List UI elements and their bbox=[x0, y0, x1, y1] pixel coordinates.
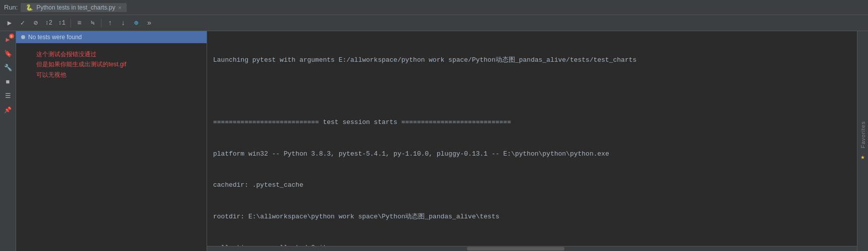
stop-button[interactable]: ⊘ bbox=[30, 18, 41, 29]
separator-1 bbox=[70, 19, 71, 28]
output-panel: Launching pytest with arguments E:/allwo… bbox=[207, 31, 857, 251]
sort-dur-button[interactable]: ≒ bbox=[87, 18, 98, 29]
annotation-line-2: 但是如果你能生成出测试的test.gif bbox=[36, 59, 199, 69]
run-label: Run: bbox=[4, 4, 18, 11]
output-content: Launching pytest with arguments E:/allwo… bbox=[207, 31, 857, 246]
stop-square-icon[interactable]: ■ bbox=[2, 75, 15, 88]
annotation-line-3: 可以无视他 bbox=[36, 70, 199, 80]
separator-2 bbox=[101, 19, 102, 28]
output-line-platform: platform win32 -- Python 3.8.3, pytest-5… bbox=[213, 149, 851, 160]
left-icons-panel: ▶ 🔖 🔧 ■ ☰ 📌 bbox=[0, 31, 16, 251]
bookmark-icon[interactable]: 🔖 bbox=[2, 47, 15, 60]
test-results-panel: No tests were found 这个测试会报错没通过 但是如果你能生成出… bbox=[16, 31, 207, 251]
tab-title: Python tests in test_charts.py bbox=[36, 4, 115, 11]
check-button[interactable]: ✓ bbox=[17, 18, 28, 29]
no-tests-item[interactable]: No tests were found bbox=[16, 31, 207, 43]
more-button[interactable]: » bbox=[144, 18, 155, 29]
scroll-down-button[interactable]: ↓ bbox=[118, 18, 129, 29]
rerun-failed-button[interactable]: ↕1 bbox=[56, 18, 67, 29]
run-tab[interactable]: 🐍 Python tests in test_charts.py × bbox=[21, 3, 126, 12]
rerun-button[interactable]: ↕2 bbox=[43, 18, 54, 29]
output-line-rootdir: rootdir: E:\allworkspace\python work spa… bbox=[213, 212, 851, 222]
wrench-icon[interactable]: 🔧 bbox=[2, 61, 15, 74]
output-line-launch: Launching pytest with arguments E:/allwo… bbox=[213, 55, 851, 66]
sort-alpha-button[interactable]: ≡ bbox=[74, 18, 85, 29]
no-tests-label: No tests were found bbox=[28, 34, 82, 41]
favorites-label: Favorites bbox=[860, 121, 866, 148]
tab-close-button[interactable]: × bbox=[118, 5, 121, 11]
title-bar: Run: 🐍 Python tests in test_charts.py × bbox=[0, 0, 868, 15]
scroll-up-button[interactable]: ↑ bbox=[105, 18, 116, 29]
favorites-star-icon[interactable]: ★ bbox=[860, 153, 864, 161]
favorites-bar: Favorites ★ bbox=[857, 31, 868, 251]
scrollbar-thumb[interactable] bbox=[467, 247, 564, 250]
run-icon[interactable]: ▶ bbox=[2, 33, 15, 46]
toolbar: ▶ ✓ ⊘ ↕2 ↕1 ≡ ≒ ↑ ↓ ⊕ » bbox=[0, 15, 868, 31]
pin-icon[interactable]: 📌 bbox=[2, 103, 15, 116]
output-line-session-start: =========================== test session… bbox=[213, 117, 851, 128]
annotation-area: 这个测试会报错没通过 但是如果你能生成出测试的test.gif 可以无视他 bbox=[16, 43, 207, 86]
annotation-line-1: 这个测试会报错没通过 bbox=[36, 49, 199, 59]
tab-python-icon: 🐍 bbox=[26, 4, 33, 11]
autoscroll-button[interactable]: ⊕ bbox=[131, 18, 142, 29]
bottom-scrollbar[interactable] bbox=[207, 246, 857, 251]
test-status-dot bbox=[21, 35, 25, 39]
run-button[interactable]: ▶ bbox=[4, 18, 15, 29]
main-content: ▶ 🔖 🔧 ■ ☰ 📌 No tests were found 这个测试会报错没… bbox=[0, 31, 868, 251]
output-line-cachedir: cachedir: .pytest_cache bbox=[213, 180, 851, 191]
menu-icon[interactable]: ☰ bbox=[2, 89, 15, 102]
